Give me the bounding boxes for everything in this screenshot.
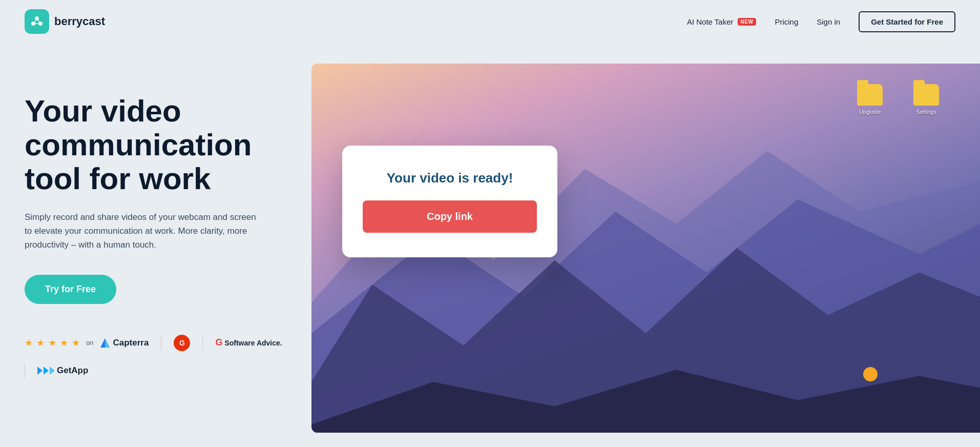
try-for-free-button[interactable]: Try for Free [25, 275, 116, 304]
screenshot-background: Upgrade Settings Your video is ready! Co… [311, 64, 980, 433]
g2-logo: G [174, 335, 190, 351]
desktop-icon-settings: Settings [913, 84, 939, 115]
nav-pricing[interactable]: Pricing [775, 17, 798, 26]
hero-title: Your video communication tool for work [25, 94, 291, 196]
logo: berrycast [25, 9, 105, 34]
hero-left: Your video communication tool for work S… [25, 64, 291, 378]
getapp-text: GetApp [57, 365, 88, 376]
header: berrycast AI Note Taker NEW Pricing Sign… [0, 0, 980, 43]
capterra-text: Capterra [113, 338, 149, 348]
star-2: ★ [36, 337, 47, 348]
star-1: ★ [25, 337, 35, 348]
desktop-icon-label-settings: Settings [916, 109, 936, 115]
star-rating: ★ ★ ★ ★ ★ [25, 337, 80, 349]
video-ready-popup: Your video is ready! Copy link [342, 146, 557, 257]
capterra-icon [99, 337, 111, 349]
new-badge: NEW [738, 18, 757, 26]
get-started-button[interactable]: Get Started for Free [859, 11, 955, 32]
capterra-logo: Capterra [99, 337, 149, 349]
svg-marker-7 [105, 338, 110, 348]
stars-capterra: ★ ★ ★ ★ ★ on Capterra [25, 337, 149, 349]
software-advice-text: Software Advice. [224, 339, 282, 347]
getapp-arrows-icon [37, 367, 55, 375]
star-3: ★ [48, 337, 58, 348]
folder-icon-upgrade [857, 84, 883, 106]
hero-right: Upgrade Settings Your video is ready! Co… [311, 64, 955, 433]
getapp-arrow-1 [37, 367, 43, 375]
star-4: ★ [60, 337, 70, 348]
hero-section: Your video communication tool for work S… [0, 43, 980, 443]
separator-1 [161, 336, 161, 350]
navigation: AI Note Taker NEW Pricing Sign in Get St… [687, 11, 955, 32]
software-advice-icon: G [215, 337, 222, 348]
folder-icon-settings [913, 84, 939, 106]
ratings-row: ★ ★ ★ ★ ★ on Capterra [25, 335, 291, 378]
copy-link-button[interactable]: Copy link [363, 200, 537, 233]
on-text: on [86, 339, 93, 347]
software-advice-logo: G Software Advice. [215, 337, 282, 348]
indicator-dot [863, 367, 878, 381]
star-5-half: ★ [72, 337, 80, 349]
nav-signin[interactable]: Sign in [817, 17, 840, 26]
getapp-logo: GetApp [37, 365, 88, 376]
getapp-arrow-3 [50, 367, 55, 375]
desktop-icon-label-upgrade: Upgrade [859, 109, 881, 115]
separator-2 [202, 336, 203, 350]
nav-ai-note-taker[interactable]: AI Note Taker NEW [687, 17, 756, 26]
desktop-icons: Upgrade Settings [857, 84, 939, 115]
logo-icon [25, 9, 49, 34]
video-ready-title: Your video is ready! [363, 170, 537, 186]
logo-text: berrycast [54, 15, 105, 28]
getapp-arrow-2 [44, 367, 49, 375]
hero-subtitle: Simply record and share videos of your w… [25, 210, 260, 252]
separator-3 [25, 363, 25, 378]
desktop-icon-upgrade: Upgrade [857, 84, 883, 115]
